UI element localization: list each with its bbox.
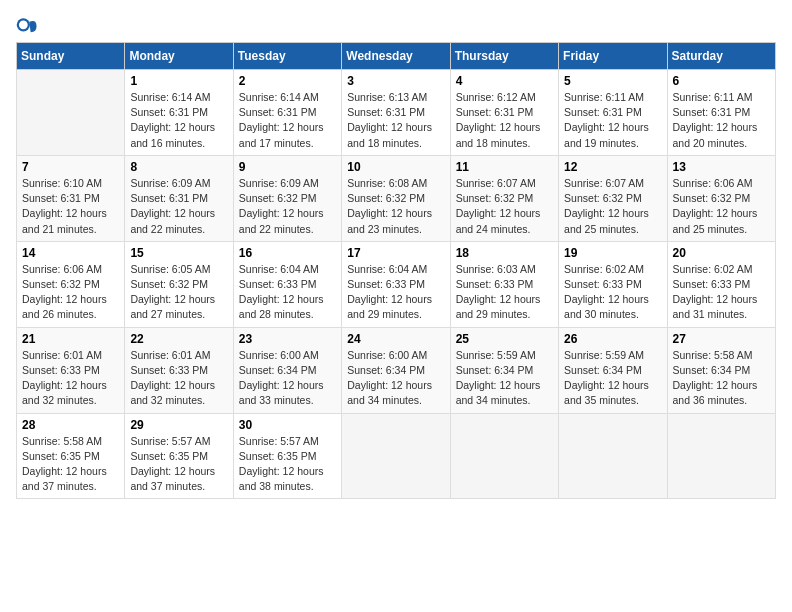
day-number: 1 [130,74,227,88]
day-number: 22 [130,332,227,346]
day-info: Sunrise: 6:13 AM Sunset: 6:31 PM Dayligh… [347,90,444,151]
day-info: Sunrise: 6:01 AM Sunset: 6:33 PM Dayligh… [130,348,227,409]
calendar-cell [17,70,125,156]
day-info: Sunrise: 6:08 AM Sunset: 6:32 PM Dayligh… [347,176,444,237]
day-info: Sunrise: 6:07 AM Sunset: 6:32 PM Dayligh… [564,176,661,237]
day-number: 5 [564,74,661,88]
calendar-cell: 18Sunrise: 6:03 AM Sunset: 6:33 PM Dayli… [450,241,558,327]
day-number: 19 [564,246,661,260]
calendar-cell: 6Sunrise: 6:11 AM Sunset: 6:31 PM Daylig… [667,70,775,156]
day-info: Sunrise: 6:02 AM Sunset: 6:33 PM Dayligh… [564,262,661,323]
day-number: 20 [673,246,770,260]
calendar-table: SundayMondayTuesdayWednesdayThursdayFrid… [16,42,776,499]
day-info: Sunrise: 6:09 AM Sunset: 6:31 PM Dayligh… [130,176,227,237]
day-number: 4 [456,74,553,88]
day-number: 12 [564,160,661,174]
header-cell-monday: Monday [125,43,233,70]
day-info: Sunrise: 6:06 AM Sunset: 6:32 PM Dayligh… [22,262,119,323]
day-info: Sunrise: 5:57 AM Sunset: 6:35 PM Dayligh… [130,434,227,495]
day-number: 16 [239,246,336,260]
calendar-cell: 13Sunrise: 6:06 AM Sunset: 6:32 PM Dayli… [667,155,775,241]
calendar-cell [450,413,558,499]
header-cell-sunday: Sunday [17,43,125,70]
calendar-cell: 12Sunrise: 6:07 AM Sunset: 6:32 PM Dayli… [559,155,667,241]
calendar-cell: 14Sunrise: 6:06 AM Sunset: 6:32 PM Dayli… [17,241,125,327]
calendar-cell: 20Sunrise: 6:02 AM Sunset: 6:33 PM Dayli… [667,241,775,327]
calendar-cell: 23Sunrise: 6:00 AM Sunset: 6:34 PM Dayli… [233,327,341,413]
week-row-2: 7Sunrise: 6:10 AM Sunset: 6:31 PM Daylig… [17,155,776,241]
day-info: Sunrise: 5:58 AM Sunset: 6:35 PM Dayligh… [22,434,119,495]
week-row-1: 1Sunrise: 6:14 AM Sunset: 6:31 PM Daylig… [17,70,776,156]
day-info: Sunrise: 6:04 AM Sunset: 6:33 PM Dayligh… [347,262,444,323]
calendar-cell: 5Sunrise: 6:11 AM Sunset: 6:31 PM Daylig… [559,70,667,156]
header-cell-saturday: Saturday [667,43,775,70]
calendar-cell: 25Sunrise: 5:59 AM Sunset: 6:34 PM Dayli… [450,327,558,413]
svg-point-1 [19,20,28,29]
day-info: Sunrise: 6:12 AM Sunset: 6:31 PM Dayligh… [456,90,553,151]
day-number: 14 [22,246,119,260]
header-cell-thursday: Thursday [450,43,558,70]
day-number: 13 [673,160,770,174]
calendar-cell: 24Sunrise: 6:00 AM Sunset: 6:34 PM Dayli… [342,327,450,413]
day-number: 24 [347,332,444,346]
week-row-5: 28Sunrise: 5:58 AM Sunset: 6:35 PM Dayli… [17,413,776,499]
day-info: Sunrise: 6:03 AM Sunset: 6:33 PM Dayligh… [456,262,553,323]
day-info: Sunrise: 5:59 AM Sunset: 6:34 PM Dayligh… [564,348,661,409]
day-info: Sunrise: 6:01 AM Sunset: 6:33 PM Dayligh… [22,348,119,409]
day-number: 27 [673,332,770,346]
day-info: Sunrise: 6:10 AM Sunset: 6:31 PM Dayligh… [22,176,119,237]
day-info: Sunrise: 6:04 AM Sunset: 6:33 PM Dayligh… [239,262,336,323]
week-row-3: 14Sunrise: 6:06 AM Sunset: 6:32 PM Dayli… [17,241,776,327]
day-info: Sunrise: 6:06 AM Sunset: 6:32 PM Dayligh… [673,176,770,237]
day-number: 29 [130,418,227,432]
day-number: 15 [130,246,227,260]
day-number: 30 [239,418,336,432]
day-info: Sunrise: 6:11 AM Sunset: 6:31 PM Dayligh… [673,90,770,151]
day-number: 6 [673,74,770,88]
calendar-cell: 17Sunrise: 6:04 AM Sunset: 6:33 PM Dayli… [342,241,450,327]
calendar-cell: 28Sunrise: 5:58 AM Sunset: 6:35 PM Dayli… [17,413,125,499]
day-info: Sunrise: 5:57 AM Sunset: 6:35 PM Dayligh… [239,434,336,495]
calendar-cell [342,413,450,499]
calendar-cell: 27Sunrise: 5:58 AM Sunset: 6:34 PM Dayli… [667,327,775,413]
day-number: 17 [347,246,444,260]
day-info: Sunrise: 6:00 AM Sunset: 6:34 PM Dayligh… [239,348,336,409]
calendar-cell: 8Sunrise: 6:09 AM Sunset: 6:31 PM Daylig… [125,155,233,241]
day-info: Sunrise: 6:11 AM Sunset: 6:31 PM Dayligh… [564,90,661,151]
day-number: 26 [564,332,661,346]
calendar-cell: 9Sunrise: 6:09 AM Sunset: 6:32 PM Daylig… [233,155,341,241]
day-info: Sunrise: 5:59 AM Sunset: 6:34 PM Dayligh… [456,348,553,409]
day-number: 21 [22,332,119,346]
calendar-cell: 7Sunrise: 6:10 AM Sunset: 6:31 PM Daylig… [17,155,125,241]
calendar-cell: 16Sunrise: 6:04 AM Sunset: 6:33 PM Dayli… [233,241,341,327]
calendar-cell: 1Sunrise: 6:14 AM Sunset: 6:31 PM Daylig… [125,70,233,156]
day-number: 2 [239,74,336,88]
day-number: 7 [22,160,119,174]
day-number: 10 [347,160,444,174]
header-row: SundayMondayTuesdayWednesdayThursdayFrid… [17,43,776,70]
day-info: Sunrise: 6:02 AM Sunset: 6:33 PM Dayligh… [673,262,770,323]
day-number: 25 [456,332,553,346]
day-info: Sunrise: 6:00 AM Sunset: 6:34 PM Dayligh… [347,348,444,409]
calendar-cell: 26Sunrise: 5:59 AM Sunset: 6:34 PM Dayli… [559,327,667,413]
calendar-cell: 21Sunrise: 6:01 AM Sunset: 6:33 PM Dayli… [17,327,125,413]
day-info: Sunrise: 6:07 AM Sunset: 6:32 PM Dayligh… [456,176,553,237]
header-cell-wednesday: Wednesday [342,43,450,70]
header-cell-tuesday: Tuesday [233,43,341,70]
calendar-header: SundayMondayTuesdayWednesdayThursdayFrid… [17,43,776,70]
day-info: Sunrise: 5:58 AM Sunset: 6:34 PM Dayligh… [673,348,770,409]
calendar-cell: 4Sunrise: 6:12 AM Sunset: 6:31 PM Daylig… [450,70,558,156]
calendar-cell: 30Sunrise: 5:57 AM Sunset: 6:35 PM Dayli… [233,413,341,499]
calendar-body: 1Sunrise: 6:14 AM Sunset: 6:31 PM Daylig… [17,70,776,499]
page-container: SundayMondayTuesdayWednesdayThursdayFrid… [16,16,776,499]
day-info: Sunrise: 6:09 AM Sunset: 6:32 PM Dayligh… [239,176,336,237]
header-cell-friday: Friday [559,43,667,70]
calendar-cell: 10Sunrise: 6:08 AM Sunset: 6:32 PM Dayli… [342,155,450,241]
day-number: 28 [22,418,119,432]
day-info: Sunrise: 6:14 AM Sunset: 6:31 PM Dayligh… [130,90,227,151]
calendar-cell: 2Sunrise: 6:14 AM Sunset: 6:31 PM Daylig… [233,70,341,156]
logo-icon [16,16,38,38]
day-number: 3 [347,74,444,88]
calendar-cell: 29Sunrise: 5:57 AM Sunset: 6:35 PM Dayli… [125,413,233,499]
calendar-cell: 11Sunrise: 6:07 AM Sunset: 6:32 PM Dayli… [450,155,558,241]
